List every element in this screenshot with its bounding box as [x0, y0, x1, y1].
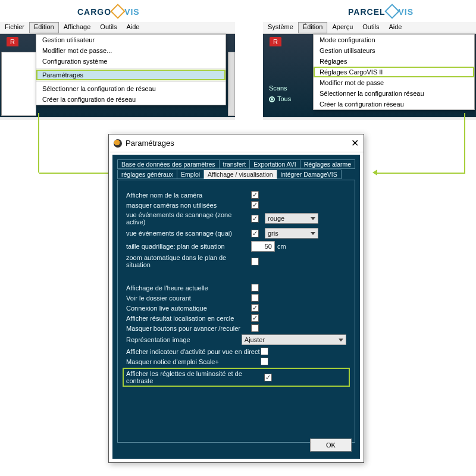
tab[interactable]: transfert [219, 159, 250, 169]
lbl: Affichage de l'heure actuelle [126, 284, 251, 292]
menu-fichier[interactable]: Fichier [0, 22, 29, 33]
lbl: vue événements de scannage (quai) [126, 230, 251, 237]
dd-item[interactable]: Modifier mot de passe [314, 77, 474, 88]
dd-item[interactable]: Sélectionner la configuration de réseau [36, 83, 226, 94]
scrollbar[interactable] [228, 52, 235, 116]
tab[interactable]: réglages généraux [117, 170, 177, 179]
checkbox[interactable] [251, 258, 259, 265]
lbl: Masquer boutons pour avancer /reculer [126, 325, 251, 332]
tab[interactable]: Exportation AVI [249, 159, 300, 169]
color-select-dock[interactable]: gris [265, 228, 318, 239]
parametrages-dialog: Paramétrages ✕ Base de données des param… [108, 134, 364, 463]
titlebar[interactable]: Paramétrages ✕ [109, 134, 364, 152]
tab-affichage-visualisation[interactable]: Affichage / visualisation [203, 170, 277, 179]
scans-panel: Scans Tous [269, 84, 291, 102]
checkbox[interactable] [251, 230, 259, 237]
menubar-right: Système Édition Aperçu Outils Aide [263, 22, 476, 34]
parcelvis-logo: PARCELVIS [348, 6, 414, 17]
checkbox[interactable] [251, 324, 259, 332]
dd-item-parametrages[interactable]: Paramétrages [36, 70, 226, 80]
lbl: Afficher indicateur d'activité pour vue … [126, 348, 261, 355]
lbl: Représentation image [126, 336, 242, 343]
dd-item-reglages-cargovis[interactable]: Réglages CargoVIS II [314, 67, 474, 77]
separator [36, 82, 226, 82]
menu-systeme[interactable]: Système [263, 22, 298, 33]
radio-label: Tous [277, 95, 291, 102]
lbl: Connexion live automatique [126, 305, 251, 312]
dd-item[interactable]: Gestion utilisateurs [314, 45, 474, 56]
combo-box[interactable] [1, 52, 36, 116]
menu-edition[interactable]: Edition [29, 22, 59, 33]
scans-label: Scans [269, 84, 291, 92]
dd-item[interactable]: Créer la configuration réseau [314, 99, 474, 109]
logo-right-text-b: VIS [399, 7, 414, 17]
lbl: Afficher les réglettes de luminosité et … [126, 370, 264, 384]
app-icon [114, 139, 122, 148]
menubar-left: Fichier Edition Affichage Outils Aide [0, 22, 235, 34]
chevron-down-icon [339, 339, 343, 342]
logo-right-text-a: PARCEL [348, 7, 386, 17]
lbl: vue événements de scannage (zone active) [126, 211, 251, 226]
close-icon[interactable]: ✕ [351, 137, 359, 149]
menu-apercu[interactable]: Aperçu [327, 22, 358, 33]
checkbox[interactable] [251, 191, 259, 199]
dd-item[interactable]: Mode configuration [314, 35, 474, 45]
dd-item[interactable]: Configuration système [36, 56, 226, 67]
chevron-down-icon [311, 232, 315, 235]
tabpanel: Afficher nom de la caméra masquer caméra… [117, 180, 355, 443]
dd-item[interactable]: Sélectionner la configuration réseau [314, 88, 474, 99]
lbl: Afficher nom de la caméra [126, 192, 251, 199]
checkbox[interactable] [251, 294, 259, 302]
color-select-active[interactable]: rouge [265, 213, 318, 224]
logo-left-text-a: CARGO [77, 7, 111, 17]
select-value: Ajuster [245, 336, 265, 343]
edition-dropdown-left: Gestion utilisateur Modifier mot de pass… [36, 34, 226, 105]
connector-right [464, 113, 465, 173]
grid-size-input[interactable]: 50 [251, 241, 275, 252]
dd-item[interactable]: Gestion utilisateur [36, 35, 226, 45]
checkbox[interactable] [261, 358, 268, 365]
lbl: Masquer notice d'emploi Scale+ [126, 358, 261, 365]
menu-edition-r[interactable]: Édition [298, 22, 328, 33]
image-representation-select[interactable]: Ajuster [242, 334, 346, 345]
connector-left [38, 113, 39, 173]
ok-label: OK [326, 441, 336, 449]
checkbox[interactable] [264, 374, 272, 381]
checkbox[interactable] [251, 284, 259, 292]
dialog-title: Paramétrages [126, 139, 174, 148]
menu-aide[interactable]: Aide [121, 22, 144, 33]
lbl: taille quadrillage: plan de situation [126, 243, 251, 250]
dd-item[interactable]: Réglages [314, 56, 474, 67]
tabs-row1: Base de données des paramètres transfert… [117, 159, 355, 168]
cube-icon [384, 4, 399, 18]
checkbox[interactable] [251, 314, 259, 322]
tabs-row2: réglages généraux Emploi Affichage / vis… [117, 170, 355, 178]
checkbox[interactable] [251, 304, 259, 312]
checkbox[interactable] [261, 347, 268, 355]
chevron-down-icon [311, 217, 315, 220]
lbl: zoom automatique dans le plan de situati… [126, 254, 251, 268]
menu-affichage[interactable]: Affichage [59, 22, 96, 33]
unit-label: cm [277, 243, 286, 250]
lbl: Voir le dossier courant [126, 295, 251, 302]
edition-dropdown-right: Mode configuration Gestion utilisateurs … [313, 34, 475, 110]
ok-button[interactable]: OK [310, 439, 352, 452]
arrowhead-icon [372, 170, 377, 176]
cargovis-logo: CARGOVIS [77, 6, 140, 17]
tab[interactable]: Réglages alarme [300, 159, 355, 169]
dd-item[interactable]: Modifier mot de passe... [36, 45, 226, 56]
radio-icon [269, 96, 275, 102]
tab[interactable]: intégrer DamageVIS [277, 170, 342, 179]
lbl: masquer caméras non utilisées [126, 202, 251, 209]
radio-tous[interactable]: Tous [269, 95, 291, 102]
tab[interactable]: Emploi [177, 170, 204, 179]
checkbox[interactable] [251, 201, 259, 209]
menu-outils[interactable]: Outils [95, 22, 121, 33]
dd-item[interactable]: Créer la configuration de réseau [36, 94, 226, 105]
checkbox[interactable] [251, 215, 259, 223]
menu-aide-r[interactable]: Aide [384, 22, 406, 33]
menu-outils-r[interactable]: Outils [358, 22, 384, 33]
separator [36, 68, 226, 68]
tab[interactable]: Base de données des paramètres [117, 159, 220, 169]
r-badge: R [270, 37, 281, 46]
